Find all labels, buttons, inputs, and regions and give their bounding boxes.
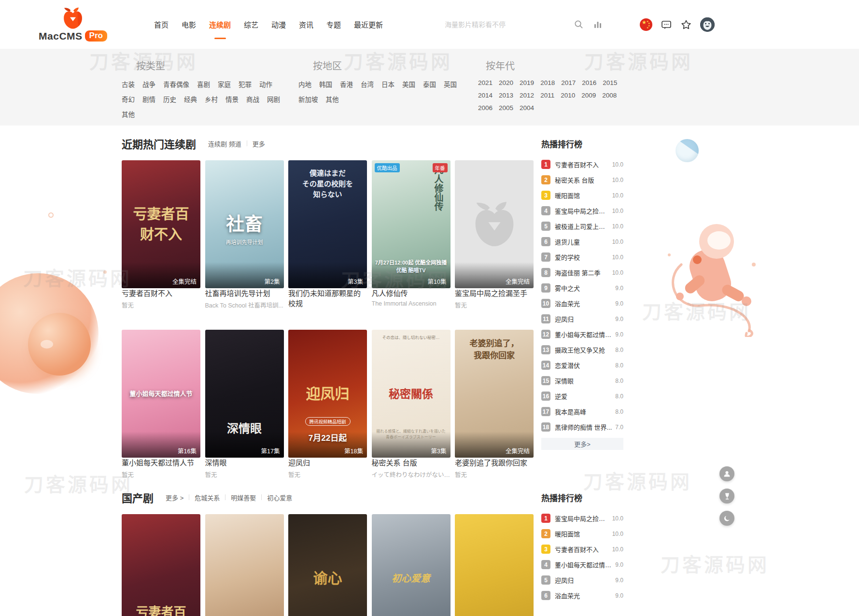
site-logo[interactable]: MacCMS Pro <box>41 7 105 42</box>
filter-tag[interactable]: 2020 <box>499 79 513 86</box>
filter-tag[interactable]: 商战 <box>246 94 259 104</box>
filter-tag[interactable]: 2018 <box>540 79 555 86</box>
filter-tag[interactable]: 2014 <box>478 92 493 99</box>
rank-item[interactable]: 18黑律师的痴情 世界...7.0 <box>541 422 623 432</box>
filter-tag[interactable]: 英国 <box>444 79 457 89</box>
filter-tag[interactable]: 2005 <box>499 104 513 112</box>
filter-tag[interactable]: 2019 <box>520 79 534 86</box>
nav-item-1[interactable]: 首页 <box>154 16 169 32</box>
series-card[interactable]: 迎凤归腾讯视频精品短剧7月22日起第18集迎凤归暂无 <box>288 330 367 477</box>
poster[interactable]: 谕心 <box>288 514 367 616</box>
message-icon[interactable] <box>661 19 672 30</box>
rank-item[interactable]: 4董小姐每天都过情人节9.0 <box>541 560 623 569</box>
filter-tag[interactable]: 美国 <box>402 79 415 89</box>
rank-item[interactable]: 1亏妻者百财不入10.0 <box>541 160 623 169</box>
search-input[interactable] <box>445 21 574 28</box>
rank-item[interactable]: 8海盗佳丽 第二季10.0 <box>541 268 623 277</box>
series-card[interactable]: 谕心 <box>288 514 367 616</box>
section-link[interactable]: 更多 > <box>160 493 189 502</box>
filter-tag[interactable]: 其他 <box>122 109 135 119</box>
series-card[interactable] <box>205 514 284 616</box>
filter-tag[interactable]: 2017 <box>561 79 576 86</box>
card-title[interactable]: 董小姐每天都过情人节 <box>122 459 194 467</box>
stats-icon[interactable] <box>594 21 602 28</box>
filter-tag[interactable]: 犯罪 <box>239 79 252 89</box>
filter-tag[interactable]: 2008 <box>602 92 617 99</box>
series-card[interactable]: 深情眼第17集深情眼暂无 <box>205 330 284 477</box>
filter-tag[interactable]: 2006 <box>478 104 493 112</box>
filter-tag[interactable]: 内地 <box>298 79 311 89</box>
filter-tag[interactable]: 家庭 <box>218 79 231 89</box>
filter-tag[interactable]: 动作 <box>259 79 272 89</box>
card-title[interactable]: 深情眼 <box>205 459 227 467</box>
poster[interactable]: 优酷出品年番凡人修仙传7月27日12:00起 优酷全网独播优酷 酷喵TV第10集 <box>372 160 451 288</box>
filter-tag[interactable]: 2013 <box>499 92 513 99</box>
filter-tag[interactable]: 泰国 <box>423 79 436 89</box>
filter-tag[interactable]: 古装 <box>122 79 135 89</box>
filter-tag[interactable]: 2016 <box>582 79 596 86</box>
rank-item[interactable]: 13摄政王他又争又抢8.0 <box>541 345 623 354</box>
rank-item[interactable]: 15深情眼8.0 <box>541 376 623 385</box>
card-title[interactable]: 亏妻者百财不入 <box>122 289 172 297</box>
card-title[interactable]: 秘密关系 台版 <box>372 459 417 467</box>
rank-item[interactable]: 14恋爱潜伏8.0 <box>541 361 623 370</box>
series-card[interactable]: 优酷出品年番凡人修仙传7月27日12:00起 优酷全网独播优酷 酷喵TV第10集… <box>372 160 451 318</box>
poster[interactable]: 亏妻者百 财不入全集完结 <box>122 160 200 288</box>
series-card[interactable]: 社畜再培训先导计划第2集社畜再培训先导计划Back To School 社畜再培… <box>205 160 284 318</box>
rank-item[interactable]: 9雾中之犬9.0 <box>541 283 623 293</box>
series-card[interactable]: 僕達はまだ その星の校則を 知らない第3集我们仍未知道那颗星的校规 <box>288 160 367 318</box>
rank-item[interactable]: 2暖阳面馆10.0 <box>541 529 623 538</box>
china-flag-icon[interactable]: ★ ★ ★ ★ ★ <box>640 18 652 31</box>
rank-more-button[interactable]: 更多> <box>541 438 623 450</box>
filter-tag[interactable]: 新加坡 <box>298 94 318 104</box>
filter-tag[interactable]: 2021 <box>478 79 493 86</box>
rank-item[interactable]: 12董小姐每天都过情人节9.0 <box>541 330 623 339</box>
rank-item[interactable]: 2秘密关系 台版10.0 <box>541 175 623 184</box>
filter-tag[interactable]: 台湾 <box>361 79 374 89</box>
rank-item[interactable]: 3亏妻者百财不入10.0 <box>541 545 623 554</box>
rank-item[interactable]: 16逆爱8.0 <box>541 392 623 401</box>
section-link[interactable]: 初心爱意 <box>262 493 297 502</box>
filter-tag[interactable]: 经典 <box>184 94 197 104</box>
rank-item[interactable]: 6浴血荣光9.0 <box>541 591 623 600</box>
card-title[interactable]: 迎凤归 <box>288 459 310 467</box>
poster[interactable]: 老婆别追了， 我跟你回家全集完结 <box>455 330 534 458</box>
poster[interactable]: 董小姐每天都过情人节第16集 <box>122 330 200 458</box>
filter-tag[interactable]: 2004 <box>520 104 534 112</box>
poster[interactable]: 初心爱意 <box>372 514 451 616</box>
series-card[interactable]: 董小姐每天都过情人节第16集董小姐每天都过情人节暂无 <box>122 330 200 477</box>
section-link[interactable]: 更多 <box>247 139 270 148</box>
rank-item[interactable]: 5迎凤归9.0 <box>541 575 623 585</box>
rank-item[interactable]: 4鉴宝局中局之捡漏...10.0 <box>541 206 623 215</box>
card-title[interactable]: 老婆别追了我跟你回家 <box>455 459 527 467</box>
rank-item[interactable]: 6退货儿童10.0 <box>541 237 623 246</box>
filter-tag[interactable]: 网剧 <box>267 94 280 104</box>
filter-tag[interactable]: 2011 <box>540 92 554 99</box>
filter-tag[interactable]: 青春偶像 <box>163 79 189 89</box>
section-link[interactable]: 连续剧 频道 <box>203 139 247 148</box>
section-link[interactable]: 危城关系 <box>189 493 225 502</box>
customer-service-button[interactable] <box>719 466 734 481</box>
series-card[interactable]: 初心爱意 <box>372 514 451 616</box>
filter-tag[interactable]: 情景 <box>225 94 239 104</box>
filter-tag[interactable]: 历史 <box>163 94 176 104</box>
poster[interactable] <box>205 514 284 616</box>
poster[interactable]: 僕達はまだ その星の校則を 知らない第3集 <box>288 160 367 288</box>
series-card[interactable]: 老婆别追了， 我跟你回家全集完结老婆别追了我跟你回家暂无 <box>455 330 534 477</box>
card-title[interactable]: 我们仍未知道那颗星的校规 <box>288 289 361 308</box>
rank-item[interactable]: 17我本是高峰8.0 <box>541 407 623 416</box>
filter-tag[interactable]: 香港 <box>340 79 353 89</box>
nav-item-8[interactable]: 最近更新 <box>354 16 383 32</box>
rank-item[interactable]: 1鉴宝局中局之捡漏...10.0 <box>541 514 623 523</box>
filter-tag[interactable]: 剧情 <box>142 94 155 104</box>
rank-item[interactable]: 11迎凤归9.0 <box>541 314 623 323</box>
filter-tag[interactable]: 日本 <box>381 79 394 89</box>
wine-glass-button[interactable] <box>719 489 734 504</box>
filter-tag[interactable]: 奇幻 <box>122 94 135 104</box>
favorite-star-icon[interactable] <box>680 19 692 30</box>
rank-item[interactable]: 3暖阳面馆10.0 <box>541 191 623 200</box>
poster[interactable]: 全集完结 <box>455 160 534 288</box>
poster[interactable]: 亏妻者百 <box>122 514 200 616</box>
moon-button[interactable] <box>719 511 734 526</box>
series-card[interactable] <box>455 514 534 616</box>
